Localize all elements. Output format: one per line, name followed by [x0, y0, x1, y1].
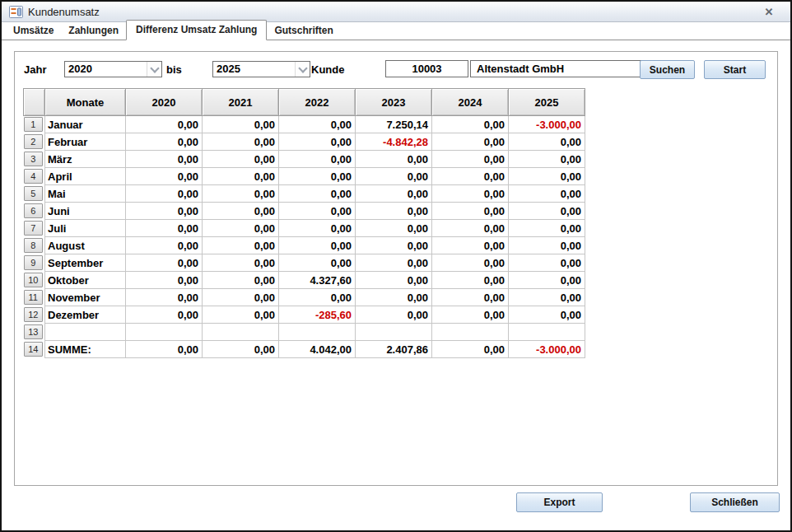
- value-cell: 0,00: [279, 237, 356, 254]
- table-row: 2Februar0,000,000,00-4.842,280,000,00: [24, 133, 585, 151]
- row-selector-cell: 7: [24, 220, 45, 237]
- month-cell: Juni: [45, 203, 126, 220]
- table-row: 12Dezember0,000,00-285,600,000,000,00: [24, 306, 585, 324]
- month-cell: August: [45, 237, 126, 254]
- tab-gutschriften[interactable]: Gutschriften: [267, 22, 340, 40]
- value-cell: 0,00: [509, 306, 585, 324]
- value-cell: 0,00: [279, 185, 356, 203]
- close-icon[interactable]: ✕: [761, 5, 777, 18]
- column-header-2025: 2025: [509, 89, 585, 116]
- value-cell: 0,00: [203, 133, 279, 151]
- value-cell: 0,00: [509, 254, 585, 272]
- row-selector[interactable]: 3: [24, 152, 44, 166]
- table-row: 11November0,000,000,000,000,000,00: [24, 289, 585, 306]
- schliessen-button[interactable]: Schließen: [690, 492, 780, 512]
- row-selector[interactable]: 14: [24, 342, 44, 357]
- row-selector-cell: 10: [24, 272, 45, 289]
- row-selector-cell: 13: [24, 324, 45, 341]
- jahr-von-combobox[interactable]: 2020: [64, 61, 162, 77]
- row-selector[interactable]: 1: [24, 117, 44, 132]
- value-cell: 0,00: [509, 133, 585, 151]
- column-header-2023: 2023: [356, 89, 432, 116]
- value-cell: 0,00: [356, 237, 432, 254]
- value-cell: 0,00: [432, 116, 509, 133]
- value-cell: 0,00: [509, 185, 585, 203]
- month-cell: Mai: [45, 185, 126, 203]
- row-selector[interactable]: 8: [24, 238, 44, 253]
- table-row: 10Oktober0,000,004.327,600,000,000,00: [24, 272, 585, 289]
- main-panel: Jahr 2020 bis 2025 Kunde 10003 Altenstad…: [14, 51, 778, 486]
- table-row: 13: [24, 324, 585, 341]
- value-cell: 0,00: [203, 220, 279, 237]
- row-selector[interactable]: 6: [24, 203, 44, 218]
- row-selector[interactable]: 10: [24, 273, 44, 287]
- tab-umsaetze[interactable]: Umsätze: [6, 22, 61, 40]
- row-selector-cell: 5: [24, 185, 45, 203]
- value-cell: 0,00: [126, 116, 203, 133]
- value-cell: 0,00: [279, 289, 356, 306]
- value-cell: 4.042,00: [279, 341, 356, 358]
- row-selector-cell: 1: [24, 116, 45, 133]
- row-selector[interactable]: 11: [24, 290, 44, 305]
- value-cell: 0,00: [432, 203, 509, 220]
- value-cell: 0,00: [509, 289, 585, 306]
- tab-differenz-umsatz-zahlung[interactable]: Differenz Umsatz Zahlung: [126, 20, 267, 40]
- value-cell: 0,00: [509, 203, 585, 220]
- value-cell: 0,00: [126, 289, 203, 306]
- value-cell: 0,00: [356, 220, 432, 237]
- value-cell: 4.327,60: [279, 272, 356, 289]
- value-cell: 0,00: [432, 289, 509, 306]
- row-selector-cell: 14: [24, 341, 45, 358]
- tabstrip: Umsätze Zahlungen Differenz Umsatz Zahlu…: [2, 22, 790, 40]
- value-cell: 0,00: [356, 289, 432, 306]
- suchen-button[interactable]: Suchen: [640, 60, 695, 79]
- value-cell: 0,00: [126, 341, 203, 358]
- start-button[interactable]: Start: [704, 60, 766, 79]
- jahr-bis-combobox[interactable]: 2025: [212, 61, 310, 77]
- table-body: 1Januar0,000,000,007.250,140,00-3.000,00…: [24, 116, 585, 358]
- month-cell: März: [45, 151, 126, 168]
- value-cell: [509, 324, 585, 341]
- kundenumsatz-window: Kundenumsatz ✕ Umsätze Zahlungen Differe…: [0, 0, 792, 532]
- jahr-bis-value: 2025: [213, 62, 295, 77]
- kunde-nummer-field[interactable]: 10003: [385, 60, 468, 77]
- value-cell: 0,00: [126, 151, 203, 168]
- row-selector[interactable]: 9: [24, 255, 44, 270]
- value-cell: 0,00: [126, 220, 203, 237]
- table-row: 9September0,000,000,000,000,000,00: [24, 254, 585, 272]
- value-cell: 0,00: [356, 306, 432, 324]
- month-cell: April: [45, 168, 126, 185]
- chevron-down-icon[interactable]: [295, 62, 310, 77]
- bis-label: bis: [166, 63, 182, 76]
- tab-zahlungen[interactable]: Zahlungen: [61, 22, 126, 40]
- value-cell: 0,00: [126, 168, 203, 185]
- value-cell: 0,00: [279, 220, 356, 237]
- chevron-down-icon[interactable]: [147, 62, 161, 77]
- row-selector-cell: 9: [24, 254, 45, 272]
- value-cell: 0,00: [509, 168, 585, 185]
- export-button[interactable]: Export: [516, 492, 603, 512]
- row-selector[interactable]: 7: [24, 221, 44, 236]
- row-selector[interactable]: 2: [24, 134, 44, 149]
- month-cell: Februar: [45, 133, 126, 151]
- value-cell: 0,00: [203, 168, 279, 185]
- value-cell: 0,00: [203, 289, 279, 306]
- value-cell: 0,00: [126, 133, 203, 151]
- table-row: 7Juli0,000,000,000,000,000,00: [24, 220, 585, 237]
- value-cell: 0,00: [203, 254, 279, 272]
- row-selector[interactable]: 4: [24, 169, 44, 184]
- row-selector[interactable]: 13: [24, 324, 44, 339]
- monats-differenz-table: Monate 2020 2021 2022 2023 2024 2025 1Ja…: [23, 88, 585, 358]
- column-header-2021: 2021: [203, 89, 279, 116]
- value-cell: 0,00: [509, 151, 585, 168]
- kunde-name-field[interactable]: Altenstadt GmbH: [470, 60, 645, 77]
- value-cell: 0,00: [509, 272, 585, 289]
- table-row: 4April0,000,000,000,000,000,00: [24, 168, 585, 185]
- row-selector[interactable]: 5: [24, 186, 44, 201]
- value-cell: 0,00: [203, 341, 279, 358]
- value-cell: 0,00: [356, 254, 432, 272]
- jahr-label: Jahr: [24, 63, 46, 76]
- row-selector[interactable]: 12: [24, 307, 44, 322]
- value-cell: -4.842,28: [356, 133, 432, 151]
- value-cell: -3.000,00: [509, 341, 585, 358]
